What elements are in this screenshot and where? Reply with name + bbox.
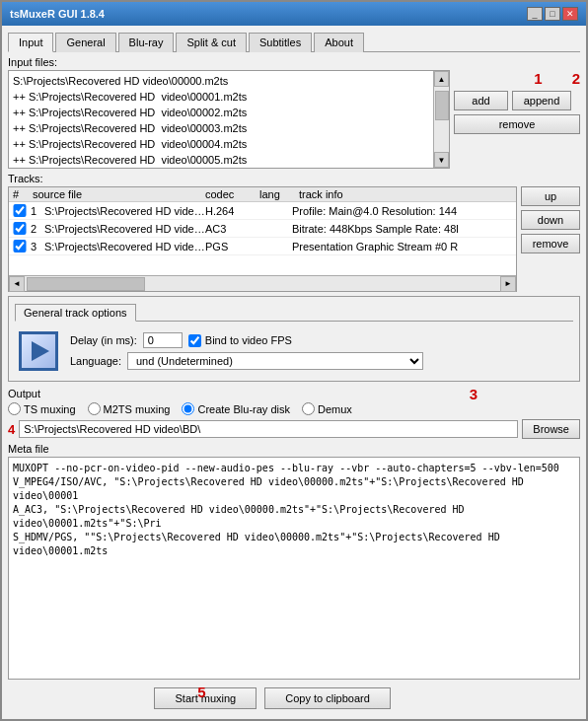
col-header-codec: codec — [205, 188, 259, 200]
main-window: tsMuxeR GUI 1.8.4 _ □ ✕ Input General Bl… — [0, 0, 588, 721]
track-down-button[interactable]: down — [521, 210, 580, 230]
play-icon — [19, 331, 58, 371]
radio-m2ts-muxing[interactable]: M2TS muxing — [88, 402, 171, 415]
file-item-5: ++ S:\Projects\Recovered HD video\00005.… — [13, 152, 429, 168]
radio-ts-muxing[interactable]: TS muxing — [8, 402, 76, 415]
number-label-1: 1 — [534, 70, 542, 87]
track-3-src: S:\Projects\Recovered HD video\00... — [44, 241, 205, 252]
input-files-list[interactable]: S:\Projects\Recovered HD video\00000.m2t… — [9, 71, 433, 168]
file-item-3: ++ S:\Projects\Recovered HD video\00003.… — [13, 120, 429, 136]
num-labels-row: 1 2 — [454, 70, 580, 87]
col-header-num: # — [13, 188, 33, 200]
scroll-track[interactable] — [434, 87, 449, 152]
meta-textarea[interactable]: MUXOPT --no-pcr-on-video-pid --new-audio… — [8, 457, 580, 680]
general-track-options-tab[interactable]: General track options — [15, 304, 136, 322]
append-button[interactable]: append — [512, 91, 571, 110]
tab-bluray[interactable]: Blu-ray — [118, 33, 175, 52]
track-3-checkbox[interactable] — [13, 240, 27, 252]
radio-create-bluray[interactable]: Create Blu-ray disk — [182, 402, 290, 415]
track-options-tab-bar: General track options — [15, 303, 573, 322]
file-item-4: ++ S:\Projects\Recovered HD video\00004.… — [13, 136, 429, 152]
track-remove-button[interactable]: remove — [521, 234, 580, 253]
scroll-right-btn[interactable]: ► — [500, 276, 516, 292]
file-item-0: S:\Projects\Recovered HD video\00000.m2t… — [13, 73, 429, 89]
tab-about[interactable]: About — [314, 33, 364, 52]
output-section: Output 3 TS muxing M2TS muxing Create Bl… — [8, 386, 580, 439]
track-3-num: 3 — [31, 241, 44, 252]
delay-label: Delay (in ms): — [70, 334, 137, 346]
browse-button[interactable]: Browse — [522, 419, 580, 439]
track-2-checkbox[interactable] — [13, 222, 27, 235]
track-1-src: S:\Projects\Recovered HD video\00... — [44, 205, 205, 217]
bind-fps-label: Bind to video FPS — [205, 334, 292, 346]
track-row-2[interactable]: 2 S:\Projects\Recovered HD video\00... A… — [9, 220, 516, 238]
col-header-lang: lang — [259, 188, 299, 200]
main-content: Input General Blu-ray Split & cut Subtit… — [2, 26, 586, 719]
track-2-codec: AC3 — [205, 223, 255, 235]
bottom-number: 5 — [197, 684, 205, 700]
tracks-list-area: # source file codec lang track info 1 S:… — [8, 186, 517, 292]
tab-subtitles[interactable]: Subtitles — [249, 33, 312, 52]
track-row-1[interactable]: 1 S:\Projects\Recovered HD video\00... H… — [9, 202, 516, 220]
input-remove-button[interactable]: remove — [454, 114, 580, 134]
tracks-label: Tracks: — [8, 173, 580, 184]
radio-ts[interactable] — [8, 402, 21, 415]
bottom-buttons-area: 5 Start muxing Copy to clipboard — [8, 684, 580, 713]
scroll-thumb[interactable] — [435, 91, 449, 120]
track-2-info: Bitrate: 448Kbps Sample Rate: 48l — [292, 223, 512, 235]
add-button[interactable]: add — [454, 91, 508, 110]
output-path-input[interactable] — [19, 420, 518, 438]
tab-split-cut[interactable]: Split & cut — [176, 33, 247, 52]
bind-fps-checkbox[interactable] — [188, 334, 201, 347]
radio-demux[interactable]: Demux — [302, 402, 352, 415]
tab-input[interactable]: Input — [8, 33, 53, 52]
track-row-3[interactable]: 3 S:\Projects\Recovered HD video\00... P… — [9, 238, 516, 255]
scroll-h-track[interactable] — [25, 276, 500, 291]
track-up-button[interactable]: up — [521, 186, 580, 206]
tracks-section: Tracks: # source file codec lang track i… — [8, 173, 580, 292]
scroll-up-btn[interactable]: ▲ — [434, 71, 449, 87]
col-header-src: source file — [33, 188, 205, 200]
input-files-scrollbar[interactable]: ▲ ▼ — [433, 71, 449, 168]
track-1-checkbox[interactable] — [13, 204, 27, 217]
input-files-box: S:\Projects\Recovered HD video\00000.m2t… — [8, 70, 450, 169]
track-1-num: 1 — [31, 205, 44, 217]
tab-general[interactable]: General — [55, 33, 115, 52]
radio-ts-label: TS muxing — [24, 403, 76, 415]
file-item-1: ++ S:\Projects\Recovered HD video\00001.… — [13, 89, 429, 105]
minimize-button[interactable]: _ — [527, 7, 543, 21]
file-item-2: ++ S:\Projects\Recovered HD video\00002.… — [13, 105, 429, 120]
track-3-info: Presentation Graphic Stream #0 R — [292, 241, 512, 252]
close-button[interactable]: ✕ — [562, 7, 578, 21]
output-options-row: TS muxing M2TS muxing Create Blu-ray dis… — [8, 402, 580, 415]
maximize-button[interactable]: □ — [545, 7, 560, 21]
input-files-label: Input files: — [8, 56, 580, 68]
scroll-down-btn[interactable]: ▼ — [434, 152, 449, 168]
window-title: tsMuxeR GUI 1.8.4 — [10, 8, 105, 20]
copy-to-clipboard-button[interactable]: Copy to clipboard — [264, 687, 391, 709]
track-fields: Delay (in ms): Bind to video FPS Languag… — [70, 332, 573, 370]
radio-demux-input[interactable] — [302, 402, 315, 415]
track-3-codec: PGS — [205, 241, 255, 252]
tracks-with-buttons: # source file codec lang track info 1 S:… — [8, 186, 580, 292]
scroll-h-thumb[interactable] — [27, 277, 145, 291]
radio-bluray-label: Create Blu-ray disk — [197, 403, 290, 415]
tracks-scrollbar-h[interactable]: ◄ ► — [9, 275, 516, 291]
output-label: Output — [8, 388, 40, 399]
radio-m2ts[interactable] — [88, 402, 101, 415]
output-number: 3 — [470, 386, 478, 402]
tracks-empty-space — [9, 255, 516, 275]
bind-fps-row: Bind to video FPS — [188, 334, 292, 347]
track-2-num: 2 — [31, 223, 44, 235]
language-row: Language: und (Undetermined) eng (Englis… — [70, 352, 573, 370]
scroll-left-btn[interactable]: ◄ — [9, 276, 25, 292]
radio-bluray[interactable] — [182, 402, 194, 415]
delay-input[interactable] — [143, 332, 183, 348]
input-files-section: Input files: S:\Projects\Recovered HD vi… — [8, 56, 580, 169]
tracks-header: # source file codec lang track info — [9, 187, 516, 202]
track-icon — [15, 327, 62, 375]
output-header-row: Output 3 — [8, 386, 580, 402]
language-select[interactable]: und (Undetermined) eng (English) fra (Fr… — [127, 352, 423, 370]
add-append-row: add append — [454, 91, 580, 110]
track-1-info: Profile: Main@4.0 Resolution: 144 — [292, 205, 512, 217]
